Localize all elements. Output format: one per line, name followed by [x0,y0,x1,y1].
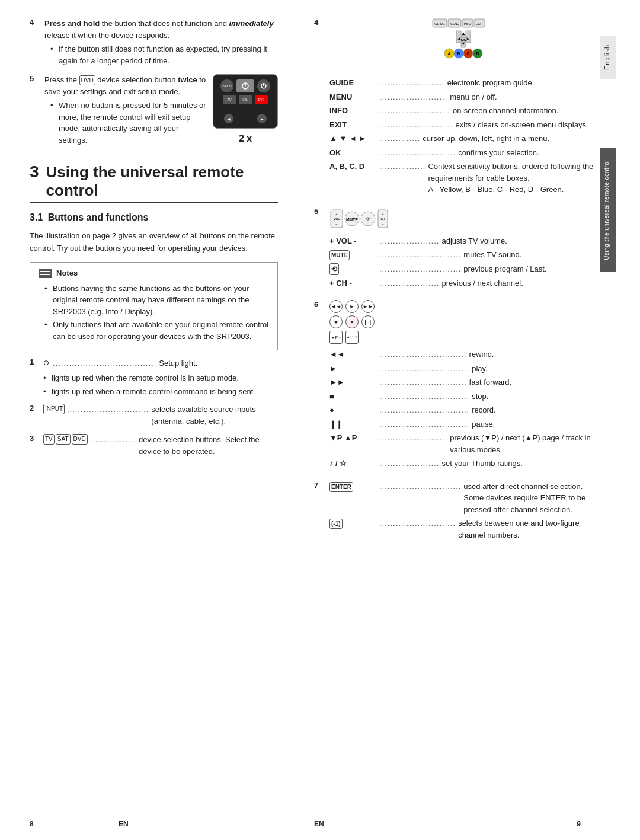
ch-desc: previous / next channel. [441,277,599,289]
two-x-label: 2 x [239,133,252,144]
section-31-heading: 3.1 Buttons and functions [30,212,278,225]
page-container: 4 Press and hold the button that does no… [0,0,640,840]
mute-desc: mutes TV sound. [463,249,599,261]
transport-row2: ■ ● ❙❙ [329,315,599,328]
item1-block: 1 ⊙ ....................................… [30,357,278,399]
mute-icon: MUTE [329,250,350,260]
thumbdown-icon: ▼P ♪ [329,331,343,344]
guide-label: GUIDE [329,77,377,89]
step-4-num: 4 [30,18,41,27]
step-4-block: 4 Press and hold the button that does no… [30,18,278,68]
dvd-icon-label2: DVD [72,434,88,445]
ff-dots: ................................ [379,376,467,388]
svg-text:MENU: MENU [450,22,459,25]
language-tab: English [600,36,616,79]
func-ok: OK ............................ confirms… [329,147,599,159]
enter-label: ENTER [329,481,377,493]
item3-dots: ................. [90,434,136,446]
item3-num: 3 [30,434,40,443]
item2-icon: INPUT [43,404,65,414]
item2-dots: .............................. [67,404,149,416]
func-enter: ENTER .............................. use… [329,481,599,516]
rewind-label: ◄◄ [329,349,377,360]
thumb-label: ♪ / ☆ [329,458,377,469]
item1-label: Setup light. [159,357,278,369]
rewind-dots: ................................ [379,349,467,360]
side-tab: Using the universal remote control [600,148,616,272]
press-hold-label: Press and hold [44,19,100,28]
item2-num: 2 [30,404,40,413]
item6-block: 6 ◄◄ ► ►► ■ ● ❙❙ ▼P ♪ ▲P [314,300,599,472]
minus1-dots: ............................ [379,518,456,529]
dvd-icon-label: DVD [79,75,95,85]
play-dots: ................................. [379,363,469,375]
svg-text:⟳: ⟳ [366,216,370,222]
item1-icon: ⊙ [43,357,49,369]
func-play: ► ................................. play… [329,363,599,375]
func-ch: + CH - ...................... previous /… [329,277,599,289]
rewind-desc: rewind. [469,349,599,360]
step-5-num: 5 [30,74,41,83]
stop-desc: stop. [472,391,599,403]
item3-desc: device selection buttons. Select the dev… [139,434,278,457]
footer-en-right: EN [314,820,324,828]
stop-icon: ■ [329,315,343,328]
item2-block: 2 INPUT .............................. s… [30,404,278,429]
svg-text:OK: OK [461,38,467,41]
thumbup-icon: ▲P ☆ [345,331,359,344]
vol-label: + VOL - [329,235,377,247]
exit-desc: exits / clears on-screen menu displays. [456,119,599,131]
prev-prog-desc: previous program / Last. [463,263,599,275]
arrows-label: ▲ ▼ ◄ ► [329,133,377,145]
func-guide: GUIDE ........................ electroni… [329,77,599,89]
ff-label: ►► [329,376,377,388]
step-4-content: Press and hold the button that does not … [44,18,278,68]
func-record: ● ................................. reco… [329,404,599,416]
dvd-btn: DVD [255,95,268,104]
guide-dots: ........................ [379,77,445,89]
pvp-label: ▼P ▲P [329,432,377,444]
ok-desc: confirms your selection. [458,147,599,159]
svg-text:D: D [476,52,479,56]
item2-entry: INPUT .............................. sel… [43,404,278,427]
remote-body: INPUT TV CBL DVD [213,74,278,129]
svg-text:−: − [382,222,384,226]
tv-btn: TV [223,95,236,104]
pause-icon: ❙❙ [361,315,375,328]
func-ff: ►► ................................ fast… [329,376,599,388]
item6-num: 6 [314,300,325,309]
pause-label: ❙❙ [329,419,377,430]
chapter-num: 3 [30,162,39,181]
step-4-bullets: If the button still does not function as… [50,43,278,66]
forward-btn: ▶ [257,114,267,123]
step-5-text-part: Press the DVD device selection button tw… [44,74,207,148]
func-minus1: (-1) ............................ select… [329,518,599,541]
vol-dots: ...................... [379,235,439,247]
item3-block: 3 TV SAT DVD ................. device se… [30,434,278,459]
info-dots: .......................... [379,105,450,117]
step-5-block: 5 Press the DVD device selection button … [30,74,278,148]
ok-dots: ............................ [379,147,456,159]
guide-desc: electronic program guide. [447,77,599,89]
exit-label: EXIT [329,119,377,131]
section-31-title: Buttons and functions [48,212,149,222]
remote-top-row: INPUT [220,79,270,92]
thumb-desc: set your Thumb ratings. [441,458,599,469]
record-icon: ● [345,315,359,328]
menu-label: MENU [329,91,377,103]
remote-illustration: INPUT TV CBL DVD [213,74,278,144]
right-page: English Using the universal remote contr… [296,0,616,840]
svg-text:MUTE: MUTE [346,218,358,222]
item7-content: ENTER .............................. use… [329,481,599,544]
svg-text:B: B [457,52,460,56]
item6-content: ◄◄ ► ►► ■ ● ❙❙ ▼P ♪ ▲P ☆ ◄◄ [329,300,599,472]
ok-label: OK [329,147,377,159]
abcd-desc: Context sensitivity buttons, ordered fol… [428,161,599,196]
enter-dots: .............................. [379,481,461,493]
vol-desc: adjusts TV volume. [441,235,599,247]
footer-page-num-right: 9 [577,820,581,828]
step-5-content: Press the DVD device selection button tw… [44,74,278,148]
item1-entry: ⊙ ......................................… [43,357,278,370]
record-label: ● [329,404,377,416]
info-label: INFO [329,105,377,117]
